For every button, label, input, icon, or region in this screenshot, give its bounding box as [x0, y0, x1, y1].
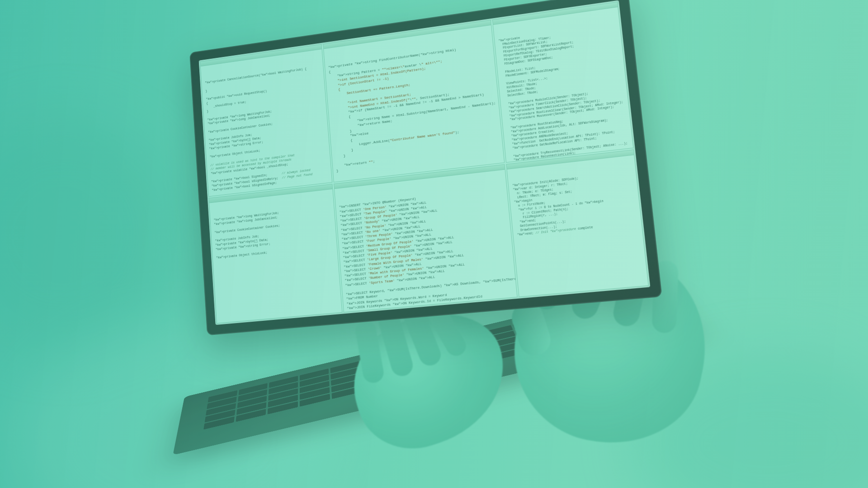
code-content: "kw">private "kw">long WaitingForJob; "k…	[213, 206, 333, 261]
code-pane-right-top: "kw">private FMainSectionDialog: TTimer;…	[492, 2, 633, 163]
code-pane-center-bottom: "kw">INSERT "kw">INTO @Number (Keyword) …	[334, 164, 518, 312]
code-content: "kw">INSERT "kw">INTO @Number (Keyword) …	[339, 187, 514, 311]
laptop: "kw">private CancellationSource("kw">boo…	[189, 0, 662, 335]
background-blur	[0, 117, 181, 352]
code-content: "kw">private FMainSectionDialog: TTimer;…	[498, 23, 633, 163]
code-content: "kw">private CancellationSource("kw">boo…	[205, 66, 332, 197]
photo-scene: "kw">private CancellationSource("kw">boo…	[0, 0, 868, 488]
code-pane-center-top: "kw">private "kw">string FindContributor…	[323, 20, 505, 182]
code-content: "kw">procedure Init(ACode: SDFCode); "kw…	[512, 171, 637, 238]
code-pane-left-top: "kw">private CancellationSource("kw">boo…	[200, 44, 332, 197]
code-content: "kw">private "kw">string FindContributor…	[328, 43, 500, 173]
code-pane-left-bottom: "kw">private "kw">long WaitingForJob; "k…	[209, 184, 342, 324]
code-pane-right-bottom: "kw">procedure Init(ACode: SDFCode); "kw…	[506, 149, 649, 297]
